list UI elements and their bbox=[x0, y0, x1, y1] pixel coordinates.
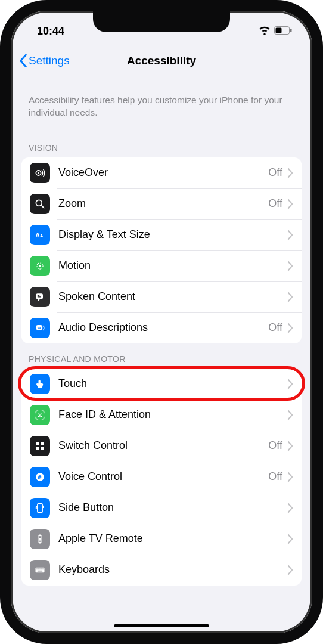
svg-rect-30 bbox=[38, 568, 39, 569]
back-button[interactable]: Settings bbox=[17, 51, 72, 71]
svg-text:99: 99 bbox=[38, 326, 41, 330]
row-detail: Off bbox=[268, 439, 282, 452]
row-label: Apple TV Remote bbox=[58, 532, 287, 545]
chevron-left-icon bbox=[19, 54, 27, 67]
row-side-button[interactable]: Side Button bbox=[21, 493, 302, 524]
chevron-right-icon bbox=[287, 168, 293, 178]
row-label: Touch bbox=[58, 377, 287, 390]
row-motion[interactable]: Motion bbox=[21, 250, 302, 281]
svg-rect-33 bbox=[42, 568, 44, 569]
svg-point-5 bbox=[36, 200, 42, 206]
row-voice-control[interactable]: Voice Control Off bbox=[21, 462, 302, 493]
svg-rect-29 bbox=[36, 568, 38, 569]
svg-point-9 bbox=[39, 265, 41, 267]
status-time: 10:44 bbox=[37, 25, 64, 37]
tv-remote-icon bbox=[30, 529, 50, 549]
svg-rect-24 bbox=[39, 534, 42, 543]
svg-rect-23 bbox=[43, 506, 44, 508]
row-faceid-attention[interactable]: Face ID & Attention bbox=[21, 400, 302, 431]
voice-control-icon bbox=[30, 467, 50, 487]
content-scroll[interactable]: Accessibility features help you customiz… bbox=[11, 79, 312, 609]
chevron-right-icon bbox=[287, 199, 293, 209]
svg-rect-17 bbox=[36, 442, 39, 445]
chevron-right-icon bbox=[287, 410, 293, 420]
row-label: VoiceOver bbox=[58, 166, 268, 179]
row-switch-control[interactable]: Switch Control Off bbox=[21, 431, 302, 462]
row-label: Face ID & Attention bbox=[58, 408, 287, 421]
svg-rect-11 bbox=[38, 295, 39, 296]
row-voiceover[interactable]: VoiceOver Off bbox=[21, 157, 302, 188]
row-label: Zoom bbox=[58, 197, 268, 210]
row-label: Side Button bbox=[58, 501, 287, 514]
chevron-right-icon bbox=[287, 292, 293, 302]
side-button-icon bbox=[30, 498, 50, 518]
svg-rect-28 bbox=[36, 568, 45, 572]
audio-descriptions-icon: 99 bbox=[30, 318, 50, 338]
group-vision: VoiceOver Off Zoom Off AA Display & Text… bbox=[21, 157, 302, 343]
svg-rect-1 bbox=[276, 27, 282, 33]
row-label: Motion bbox=[58, 259, 287, 272]
svg-rect-10 bbox=[36, 293, 43, 299]
chevron-right-icon bbox=[287, 261, 293, 271]
section-header-physical: PHYSICAL AND MOTOR bbox=[11, 343, 312, 369]
home-indicator[interactable] bbox=[114, 624, 209, 627]
intro-text: Accessibility features help you customiz… bbox=[11, 79, 312, 132]
row-audio-descriptions[interactable]: 99 Audio Descriptions Off bbox=[21, 312, 302, 343]
row-touch[interactable]: Touch bbox=[21, 369, 302, 400]
row-label: Spoken Content bbox=[58, 290, 287, 303]
row-label: Keyboards bbox=[58, 564, 287, 576]
row-apple-tv-remote[interactable]: Apple TV Remote bbox=[21, 524, 302, 555]
svg-text:A: A bbox=[40, 233, 44, 239]
svg-point-16 bbox=[41, 413, 42, 414]
svg-point-15 bbox=[38, 413, 39, 414]
chevron-right-icon bbox=[287, 503, 293, 513]
row-display-text-size[interactable]: AA Display & Text Size bbox=[21, 219, 302, 250]
row-label: Display & Text Size bbox=[58, 228, 287, 241]
touch-icon bbox=[30, 374, 50, 394]
svg-point-27 bbox=[39, 541, 41, 542]
motion-icon bbox=[30, 256, 50, 276]
row-label: Audio Descriptions bbox=[58, 321, 268, 334]
row-zoom[interactable]: Zoom Off bbox=[21, 188, 302, 219]
svg-rect-19 bbox=[36, 447, 39, 450]
svg-rect-18 bbox=[41, 442, 44, 445]
chevron-right-icon bbox=[287, 379, 293, 389]
svg-rect-20 bbox=[41, 447, 44, 450]
section-header-vision: VISION bbox=[11, 132, 312, 157]
svg-point-25 bbox=[39, 536, 41, 538]
group-physical: Touch Face ID & Attention Switch Control… bbox=[21, 369, 302, 586]
svg-rect-2 bbox=[290, 29, 292, 32]
svg-text:A: A bbox=[36, 232, 40, 239]
row-label: Voice Control bbox=[58, 470, 268, 483]
row-keyboards[interactable]: Keyboards bbox=[21, 555, 302, 586]
faceid-icon bbox=[30, 405, 50, 425]
chevron-right-icon bbox=[287, 441, 293, 451]
row-spoken-content[interactable]: Spoken Content bbox=[21, 281, 302, 312]
chevron-right-icon bbox=[287, 230, 293, 240]
zoom-icon bbox=[30, 194, 50, 214]
switch-control-icon bbox=[30, 436, 50, 456]
row-detail: Off bbox=[268, 166, 282, 179]
svg-rect-31 bbox=[39, 568, 41, 569]
wifi-icon bbox=[259, 25, 271, 38]
keyboard-icon bbox=[30, 560, 50, 580]
svg-rect-12 bbox=[38, 296, 41, 297]
chevron-right-icon bbox=[287, 472, 293, 482]
svg-point-26 bbox=[39, 540, 41, 541]
svg-rect-32 bbox=[41, 568, 42, 569]
spoken-content-icon bbox=[30, 287, 50, 307]
battery-icon bbox=[274, 25, 292, 38]
svg-point-4 bbox=[38, 172, 39, 174]
svg-rect-22 bbox=[38, 503, 42, 512]
back-label: Settings bbox=[29, 54, 70, 67]
chevron-right-icon bbox=[287, 565, 293, 575]
voiceover-icon bbox=[30, 163, 50, 183]
nav-bar: Settings Accessibility bbox=[11, 43, 312, 79]
row-detail: Off bbox=[268, 470, 282, 483]
svg-rect-34 bbox=[38, 571, 42, 572]
row-label: Switch Control bbox=[58, 439, 268, 452]
row-detail: Off bbox=[268, 197, 282, 210]
text-size-icon: AA bbox=[30, 225, 50, 245]
chevron-right-icon bbox=[287, 323, 293, 333]
row-detail: Off bbox=[268, 321, 282, 334]
